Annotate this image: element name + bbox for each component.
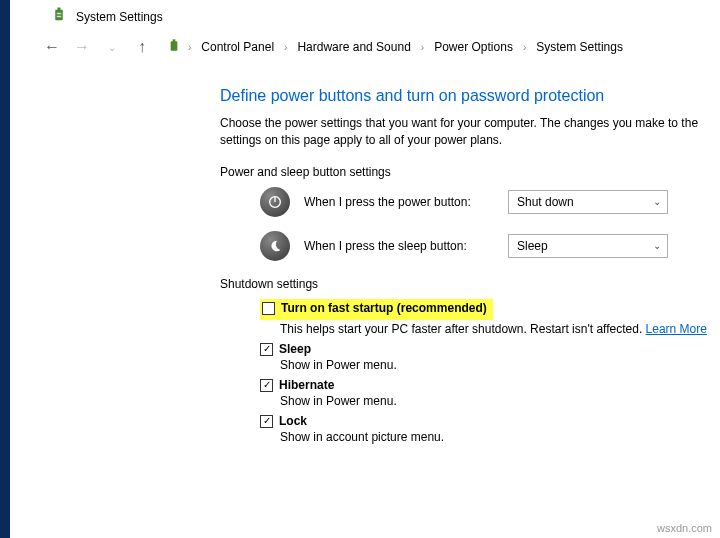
breadcrumb: › Control Panel › Hardware and Sound › P… bbox=[166, 38, 627, 57]
power-icon bbox=[260, 187, 290, 217]
chevron-right-icon: › bbox=[521, 42, 528, 53]
breadcrumb-hardware-sound[interactable]: Hardware and Sound bbox=[293, 38, 414, 56]
fast-startup-highlight: Turn on fast startup (recommended) bbox=[260, 299, 493, 320]
sleep-checkbox[interactable] bbox=[260, 343, 273, 356]
svg-rect-0 bbox=[55, 10, 63, 21]
power-button-dropdown[interactable]: Shut down ⌄ bbox=[508, 190, 668, 214]
learn-more-link[interactable]: Learn More bbox=[646, 322, 707, 336]
recent-dropdown-icon[interactable]: ⌄ bbox=[100, 35, 124, 59]
desktop-edge bbox=[0, 0, 10, 538]
shutdown-header: Shutdown settings bbox=[220, 277, 720, 291]
page-title: Define power buttons and turn on passwor… bbox=[220, 87, 720, 105]
sleep-button-dropdown[interactable]: Sleep ⌄ bbox=[508, 234, 668, 258]
sleep-dropdown-value: Sleep bbox=[517, 239, 548, 253]
back-button[interactable]: ← bbox=[40, 35, 64, 59]
chevron-right-icon: › bbox=[282, 42, 289, 53]
power-button-label: When I press the power button: bbox=[304, 195, 494, 209]
sleep-desc: Show in Power menu. bbox=[280, 358, 720, 372]
sleep-icon bbox=[260, 231, 290, 261]
watermark: wsxdn.com bbox=[657, 522, 712, 534]
intro-text: Choose the power settings that you want … bbox=[220, 115, 720, 149]
window-title-text: System Settings bbox=[76, 10, 163, 24]
hibernate-checkbox[interactable] bbox=[260, 379, 273, 392]
svg-rect-5 bbox=[173, 39, 176, 42]
breadcrumb-power-options[interactable]: Power Options bbox=[430, 38, 517, 56]
lock-checkbox-label: Lock bbox=[279, 414, 307, 428]
forward-button[interactable]: → bbox=[70, 35, 94, 59]
chevron-right-icon: › bbox=[419, 42, 426, 53]
svg-rect-3 bbox=[57, 16, 62, 18]
breadcrumb-system-settings[interactable]: System Settings bbox=[532, 38, 627, 56]
chevron-down-icon: ⌄ bbox=[653, 196, 661, 207]
power-options-icon bbox=[166, 38, 182, 57]
chevron-right-icon: › bbox=[186, 42, 193, 53]
sleep-button-row: When I press the sleep button: Sleep ⌄ bbox=[260, 231, 720, 261]
power-options-icon bbox=[50, 6, 68, 27]
chevron-down-icon: ⌄ bbox=[653, 240, 661, 251]
svg-rect-4 bbox=[171, 41, 178, 50]
power-sleep-header: Power and sleep button settings bbox=[220, 165, 720, 179]
breadcrumb-control-panel[interactable]: Control Panel bbox=[197, 38, 278, 56]
fast-startup-desc: This helps start your PC faster after sh… bbox=[280, 322, 720, 336]
content-area: Define power buttons and turn on passwor… bbox=[0, 67, 720, 444]
sleep-checkbox-label: Sleep bbox=[279, 342, 311, 356]
svg-rect-2 bbox=[57, 13, 62, 15]
up-button[interactable]: ↑ bbox=[130, 35, 154, 59]
power-dropdown-value: Shut down bbox=[517, 195, 574, 209]
lock-checkbox[interactable] bbox=[260, 415, 273, 428]
hibernate-desc: Show in Power menu. bbox=[280, 394, 720, 408]
fast-startup-label: Turn on fast startup (recommended) bbox=[281, 301, 487, 315]
hibernate-checkbox-label: Hibernate bbox=[279, 378, 334, 392]
fast-startup-checkbox[interactable] bbox=[262, 302, 275, 315]
power-button-row: When I press the power button: Shut down… bbox=[260, 187, 720, 217]
lock-desc: Show in account picture menu. bbox=[280, 430, 720, 444]
navigation-bar: ← → ⌄ ↑ › Control Panel › Hardware and S… bbox=[0, 31, 720, 67]
window-title-bar: System Settings bbox=[0, 0, 720, 31]
svg-rect-1 bbox=[58, 8, 61, 11]
sleep-button-label: When I press the sleep button: bbox=[304, 239, 494, 253]
